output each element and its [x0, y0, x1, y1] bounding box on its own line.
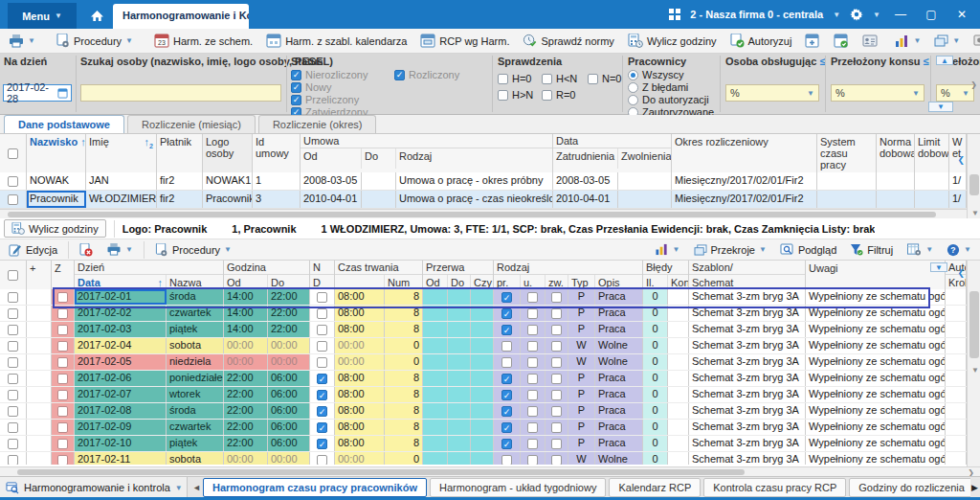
options-warning-button[interactable]: ▼	[969, 33, 980, 50]
cell-od[interactable]: 22:00	[224, 387, 268, 402]
sprawdzenia-hgn-checkbox[interactable]: H>N	[498, 89, 533, 101]
col-uwagi[interactable]: Uwagi	[806, 261, 946, 289]
pracownicy-wszyscy-radio[interactable]: Wszyscy	[628, 69, 683, 80]
col-przerwa-do[interactable]: Do	[448, 275, 471, 288]
cell-przerwa-czy[interactable]	[471, 289, 494, 305]
cell-num[interactable]: 8	[385, 371, 423, 386]
cell-zw-checkbox[interactable]	[546, 387, 568, 402]
cell-przerwa-od[interactable]	[423, 322, 448, 337]
cell-zwolnienia[interactable]	[618, 191, 672, 208]
cell-przerwa-do[interactable]	[448, 289, 471, 305]
schedule-row[interactable]: 2017-02-07 wtorek 22:00 06:00 ✓ 08:00 8 …	[0, 387, 967, 403]
tab-harmonogram-czasu-pracy[interactable]: Harmonogram czasu pracy pracowników	[203, 478, 427, 497]
cell-z-checkbox[interactable]	[52, 403, 75, 419]
le-filter-icon[interactable]: ≤	[924, 56, 929, 67]
osoba-obslugujaca-select[interactable]: %▼	[725, 84, 819, 102]
cell-imie[interactable]: JAN	[86, 172, 157, 190]
cell-zw-checkbox[interactable]	[546, 338, 568, 353]
cell-krok[interactable]	[946, 452, 967, 465]
cell-uwagi[interactable]: Wypełniony ze schematu ogólnego	[806, 420, 946, 435]
cell-przerwa-czy[interactable]	[471, 436, 494, 451]
tab-kalendarz-rcp[interactable]: Kalendarz RCP	[609, 478, 701, 497]
cell-szablon[interactable]: Schemat 3-zm bryg 3A	[689, 371, 806, 386]
cell-umowa-od[interactable]: 2008-03-05	[301, 172, 362, 190]
col-umowa-do[interactable]: Do	[362, 148, 396, 169]
delete-button[interactable]	[75, 241, 98, 259]
cell-kon[interactable]	[668, 354, 689, 370]
schedule-row-saturday[interactable]: 2017-02-04 sobota 00:00 00:00 00:00 0 W …	[0, 338, 967, 354]
calendar-picker-icon[interactable]	[57, 88, 68, 99]
cell-day[interactable]: sobota	[167, 338, 224, 353]
sprawdz-normy-button[interactable]: Sprawdź normy	[518, 32, 618, 50]
cell-u-checkbox[interactable]	[521, 371, 546, 386]
cell-date[interactable]: 2017-02-02	[75, 306, 167, 321]
cell-przerwa-czy[interactable]	[471, 420, 494, 435]
cell-u-checkbox[interactable]	[521, 289, 546, 305]
cell-bledy[interactable]: 0	[643, 354, 668, 370]
minimize-button[interactable]: —	[890, 8, 911, 21]
cell-czas[interactable]: 00:00	[335, 338, 385, 353]
cell-date[interactable]: 2017-02-05	[75, 354, 167, 370]
cell-date[interactable]: 2017-02-04	[75, 338, 167, 353]
schedule-row[interactable]: 2017-02-08 środa 22:00 06:00 ✓ 08:00 8 ✓…	[0, 403, 967, 420]
grid-scroll-left-arrow[interactable]: ❮	[957, 155, 965, 165]
cell-od[interactable]: 14:00	[224, 289, 268, 305]
cell-do[interactable]: 22:00	[268, 322, 310, 337]
cell-date[interactable]: 2017-02-07	[75, 387, 167, 402]
cell-przerwa-czy[interactable]	[471, 371, 494, 386]
cell-date[interactable]: 2017-02-09	[75, 420, 167, 435]
col-nazwa[interactable]: Nazwa	[167, 275, 224, 288]
cell-bledy[interactable]: 0	[643, 338, 668, 353]
cell-wymiar-etatu[interactable]: 1/	[949, 172, 967, 190]
cell-z-checkbox[interactable]	[52, 338, 75, 353]
cell-plus[interactable]	[27, 354, 52, 370]
cell-typ[interactable]: P	[568, 436, 595, 451]
tab-rozliczenie-miesiac[interactable]: Rozliczenie (miesiąc)	[127, 115, 256, 133]
cell-przerwa-czy[interactable]	[471, 338, 494, 353]
cell-z-checkbox[interactable]	[52, 354, 75, 370]
cell-typ[interactable]: P	[568, 387, 595, 402]
row-select-checkbox[interactable]	[0, 172, 27, 190]
chart-menu-button[interactable]: ▼	[890, 33, 925, 50]
cell-od[interactable]: 22:00	[224, 436, 268, 451]
cell-uwagi[interactable]: Wypełniony ze schematu ogólnego	[806, 371, 946, 386]
status-nierozliczony-checkbox[interactable]: ✓Nierozliczony	[291, 69, 368, 80]
col-wymiar-etatu[interactable]: W et	[949, 134, 967, 172]
cell-plus[interactable]	[27, 322, 52, 337]
cell-do[interactable]: 22:00	[268, 306, 310, 321]
cell-kon[interactable]	[668, 306, 689, 321]
settings-gear-icon[interactable]	[850, 8, 863, 21]
sort-asc-icon[interactable]: ↑	[158, 277, 164, 288]
cell-uwagi[interactable]: Wypełniony ze schematu ogólnego	[806, 387, 946, 402]
cell-nd-checkbox[interactable]: ✓	[310, 387, 335, 402]
cell-num[interactable]: 8	[385, 403, 423, 419]
cell-szablon[interactable]: Schemat 3-zm bryg 3A	[689, 322, 806, 337]
autoryzuj-button[interactable]: Autoryzuj	[725, 32, 797, 50]
col-norma-dobowa[interactable]: Norma dobowa	[877, 134, 915, 172]
cell-od[interactable]: 22:00	[224, 420, 268, 435]
cell-day[interactable]: czwartek	[167, 306, 224, 321]
cell-plus[interactable]	[27, 387, 52, 402]
cell-num[interactable]: 8	[385, 289, 423, 305]
cell-bledy[interactable]: 0	[643, 452, 668, 465]
col-imie[interactable]: Imię ↑2	[86, 134, 157, 172]
cell-zw-checkbox[interactable]	[546, 420, 568, 435]
schedule-row-partial[interactable]: 2017-02-11 sobota 00:00 00:00 00:00 0 W …	[0, 452, 967, 465]
cell-bledy[interactable]: 0	[643, 371, 668, 386]
cell-umowa-do[interactable]	[362, 191, 396, 208]
col-num[interactable]: Num	[385, 275, 423, 288]
employee-row-selected[interactable]: Pracownik WŁODZIMIERZ fir2 Pracownik 3 2…	[0, 191, 967, 209]
cell-day[interactable]: poniedziałek	[167, 371, 224, 386]
tab-rozliczenie-okres[interactable]: Rozliczenie (okres)	[258, 115, 377, 133]
cell-opis[interactable]: Praca	[595, 403, 643, 419]
cell-przerwa-do[interactable]	[448, 354, 471, 370]
cell-u-checkbox[interactable]	[521, 420, 546, 435]
cell-system[interactable]	[817, 172, 877, 190]
cell-przerwa-od[interactable]	[423, 420, 448, 435]
cell-num[interactable]: 0	[385, 354, 423, 370]
cell-kon[interactable]	[668, 338, 689, 353]
cell-przerwa-do[interactable]	[448, 322, 471, 337]
company-chevron-icon[interactable]: ▼	[833, 11, 840, 19]
cell-przerwa-od[interactable]	[423, 354, 448, 370]
cell-opis[interactable]: Praca	[595, 371, 643, 386]
